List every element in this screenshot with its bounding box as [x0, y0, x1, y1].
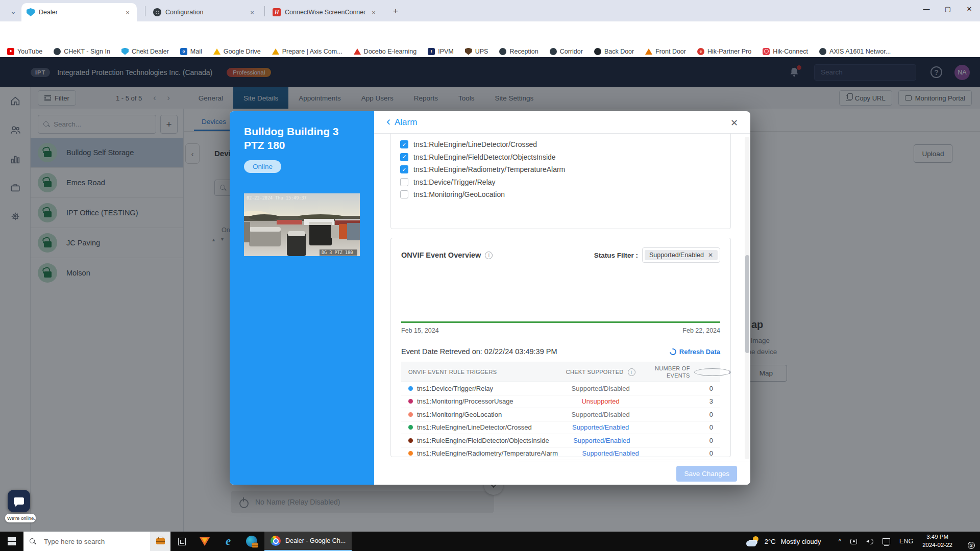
event-checkbox-row[interactable]: ✓tns1:RuleEngine/Radiometry/TemperatureA…: [400, 163, 721, 176]
info-icon[interactable]: i: [628, 368, 635, 376]
checkbox-checked-icon[interactable]: ✓: [400, 165, 408, 173]
bookmark-item[interactable]: Back Door: [594, 48, 634, 55]
tab-divider: [145, 6, 145, 16]
network-icon[interactable]: [883, 538, 890, 544]
screen-record-icon[interactable]: [850, 539, 857, 544]
window-close-button[interactable]: ✕: [959, 0, 980, 17]
bookmark-item[interactable]: eHik-Partner Pro: [697, 48, 751, 55]
bookmark-label: UPS: [475, 48, 488, 55]
info-icon[interactable]: i: [485, 252, 493, 259]
bookmark-item[interactable]: Prepare | Axis Com...: [272, 48, 342, 55]
scrollbar-thumb[interactable]: [745, 255, 749, 353]
support-status-cell: Supported/Enabled: [558, 449, 663, 457]
ipvm-favicon-icon: I: [428, 48, 435, 55]
bookmark-item[interactable]: Hik-Connect: [763, 48, 808, 55]
language-indicator[interactable]: ENG: [899, 538, 913, 545]
pinned-app-ie[interactable]: e: [216, 532, 240, 551]
close-icon[interactable]: ✕: [730, 117, 738, 129]
event-checkbox-group: ✓tns1:RuleEngine/LineDetector/Crossed✓tn…: [390, 134, 731, 229]
checkbox-checked-icon[interactable]: ✓: [400, 153, 408, 161]
thumb-label: DG 3 PTZ 180: [322, 250, 353, 255]
retrieved-timestamp: Event Date Retreved on: 02/22/24 03:49:3…: [401, 347, 557, 356]
bookmark-label: Back Door: [604, 48, 634, 55]
event-checkbox-row[interactable]: ✓tns1:RuleEngine/LineDetector/Crossed: [400, 138, 721, 151]
event-count-cell: 3: [653, 397, 720, 405]
browser-tab-dealer[interactable]: Dealer ×: [21, 3, 137, 21]
checkbox-unchecked-icon[interactable]: [400, 178, 408, 186]
bookmark-item[interactable]: Corridor: [550, 48, 583, 55]
tab-close-icon[interactable]: ×: [248, 9, 256, 16]
weather-desc[interactable]: Mostly cloudy: [781, 538, 821, 545]
bookmark-item[interactable]: UPS: [465, 48, 488, 55]
tab-close-icon[interactable]: ×: [370, 9, 378, 16]
pinned-app-edge[interactable]: [240, 532, 263, 551]
chat-widget: We're online.: [5, 490, 36, 522]
start-button[interactable]: [0, 532, 23, 551]
bookmark-label: Docebo E-learning: [364, 48, 417, 55]
bookmark-item[interactable]: oMail: [180, 48, 202, 55]
events-table-header: ONVIF EVENT RULE TRIGGERS CHEKT SUPPORTE…: [401, 362, 720, 382]
event-count-cell: 0: [654, 437, 720, 444]
event-count-cell: 0: [653, 411, 720, 418]
trigger-cell: tns1:Monitoring/GeoLocation: [401, 411, 548, 418]
window-maximize-button[interactable]: ▢: [937, 0, 959, 17]
alarm-modal: Bulldog Building 3 PTZ 180 Online: [230, 111, 750, 485]
camera-thumbnail[interactable]: 02-22-2024 Thu 15:49:37 DG 3 PTZ 180: [244, 193, 360, 256]
checkbox-label: tns1:Device/Trigger/Relay: [413, 178, 496, 186]
window-minimize-button[interactable]: —: [916, 0, 937, 17]
browser-tabstrip: ⌄ Dealer × Configuration × H ConnectWise…: [0, 0, 980, 21]
taskbar-clock[interactable]: 3:49 PM2024-02-22: [922, 533, 952, 549]
trigger-name: tns1:RuleEngine/LineDetector/Crossed: [417, 423, 532, 431]
bookmark-label: Google Drive: [224, 48, 261, 55]
back-chevron-icon[interactable]: ‹: [386, 115, 390, 128]
docebo-e-learning-favicon-icon: [354, 48, 361, 55]
bookmark-label: YouTube: [17, 48, 42, 55]
taskbar-active-window[interactable]: Dealer - Google Ch...: [264, 532, 352, 551]
bookmark-item[interactable]: AXIS A1601 Networ...: [819, 48, 891, 55]
action-center-button[interactable]: 2: [961, 536, 974, 547]
volume-icon[interactable]: [866, 538, 873, 544]
chip-remove-icon[interactable]: ✕: [708, 252, 713, 259]
event-checkbox-row[interactable]: tns1:Monitoring/GeoLocation: [400, 188, 721, 201]
taskbar-search-input[interactable]: Type here to search: [23, 532, 170, 551]
series-color-dot: [408, 438, 413, 443]
bookmark-item[interactable]: CHeKT - Sign In: [54, 48, 110, 55]
pinned-app-sadp[interactable]: [193, 532, 216, 551]
task-view-button[interactable]: [170, 532, 193, 551]
bookmark-item[interactable]: Front Door: [645, 48, 686, 55]
bookmark-item[interactable]: Google Drive: [213, 48, 261, 55]
checkbox-checked-icon[interactable]: ✓: [400, 140, 408, 148]
info-icon[interactable]: i: [694, 368, 731, 376]
bookmark-item[interactable]: Docebo E-learning: [354, 48, 417, 55]
bookmark-item[interactable]: Reception: [499, 48, 538, 55]
weather-temp[interactable]: 2°C: [765, 538, 776, 545]
events-chart: [401, 268, 720, 323]
support-status-cell: Supported/Enabled: [548, 423, 653, 431]
shield-app-icon: [200, 537, 210, 546]
checkbox-unchecked-icon[interactable]: [400, 190, 408, 198]
refresh-data-link[interactable]: Refresh Data: [670, 348, 720, 356]
series-color-dot: [408, 451, 413, 456]
bookmark-item[interactable]: YouTube: [7, 48, 42, 55]
bookmark-item[interactable]: IIPVM: [428, 48, 454, 55]
tray-expand-icon[interactable]: ^: [838, 538, 841, 545]
device-status-badge: Online: [244, 160, 281, 173]
event-table-row: tns1:RuleEngine/Radiometry/TemperatureAl…: [401, 447, 720, 461]
chart-date-start: Feb 15, 2024: [401, 327, 439, 334]
weather-icon[interactable]: [746, 536, 760, 546]
save-changes-button[interactable]: Save Changes: [676, 466, 737, 482]
modal-scrollbar[interactable]: [745, 137, 749, 459]
event-checkbox-row[interactable]: ✓tns1:RuleEngine/FieldDetector/ObjectsIn…: [400, 151, 721, 164]
tab-close-icon[interactable]: ×: [124, 9, 132, 16]
onvif-overview-box: ONVIF Event Overview i Status Filter : S…: [390, 238, 731, 457]
device-name: Bulldog Building 3 PTZ 180: [244, 124, 360, 153]
tab-list-chevron-icon[interactable]: ⌄: [7, 5, 19, 17]
browser-tab-configuration[interactable]: Configuration ×: [148, 3, 261, 21]
browser-tab-connectwise[interactable]: H ConnectWise ScreenConnect Re ×: [267, 3, 383, 21]
chat-bubble-button[interactable]: [8, 490, 30, 512]
modal-content: ✓tns1:RuleEngine/LineDetector/Crossed✓tn…: [374, 134, 743, 462]
bookmark-item[interactable]: Chekt Dealer: [121, 48, 169, 55]
event-checkbox-row[interactable]: tns1:Device/Trigger/Relay: [400, 176, 721, 189]
status-filter-field[interactable]: Supported/Enabled✕: [642, 247, 720, 263]
new-tab-button[interactable]: +: [389, 5, 402, 18]
